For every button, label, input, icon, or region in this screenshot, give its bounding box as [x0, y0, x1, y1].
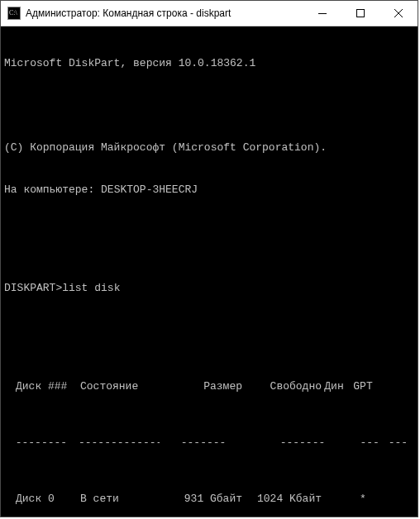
col-size: Размер — [163, 379, 242, 393]
disk-gpt: * — [346, 492, 379, 506]
col-disk: Диск ### — [16, 379, 80, 393]
disk-state: В сети — [80, 492, 163, 506]
disk-dyn — [322, 492, 346, 506]
blank-line — [4, 323, 414, 337]
svg-text:C:\: C:\ — [9, 9, 18, 17]
disk-free: 1024 Kбайт — [242, 492, 322, 506]
console-window: C:\ Администратор: Командная строка - di… — [0, 0, 418, 517]
svg-rect-2 — [357, 10, 365, 17]
col-dyn: Дин — [322, 379, 346, 393]
copyright-line: (C) Корпорация Майкрософт (Microsoft Cor… — [4, 140, 414, 155]
computer-name: DESKTOP-3HEECRJ — [101, 183, 198, 196]
table-separator: ----------------------------------------… — [4, 436, 414, 450]
window-controls — [303, 1, 418, 26]
maximize-button[interactable] — [341, 1, 379, 26]
disk-name: Диск 0 — [16, 492, 80, 506]
close-button[interactable] — [379, 1, 418, 26]
cmd-list-disk: DISKPART> list disk — [4, 281, 414, 295]
window-title: Администратор: Командная строка - diskpa… — [26, 7, 303, 19]
disk-size: 931 Gбайт — [163, 492, 242, 506]
command-text: list disk — [62, 281, 120, 295]
version-line: Microsoft DiskPart, версия 10.0.18362.1 — [4, 56, 414, 70]
col-gpt: GPT — [346, 379, 379, 393]
blank-line — [4, 225, 414, 239]
col-state: Состояние — [80, 379, 163, 393]
computer-line: На компьютере: DESKTOP-3HEECRJ — [4, 183, 414, 197]
table-header: Диск ###СостояниеРазмерСвободноДинGPT — [4, 379, 414, 393]
blank-line — [4, 98, 414, 112]
computer-label: На компьютере: — [4, 183, 94, 196]
cmd-icon: C:\ — [7, 7, 21, 20]
console-area[interactable]: Microsoft DiskPart, версия 10.0.18362.1 … — [1, 26, 418, 517]
prompt: DISKPART> — [4, 281, 62, 295]
titlebar[interactable]: C:\ Администратор: Командная строка - di… — [1, 1, 418, 26]
minimize-button[interactable] — [303, 1, 341, 26]
table-row: Диск 0В сети931 Gбайт1024 Kбайт* — [4, 492, 414, 506]
col-free: Свободно — [242, 379, 322, 393]
